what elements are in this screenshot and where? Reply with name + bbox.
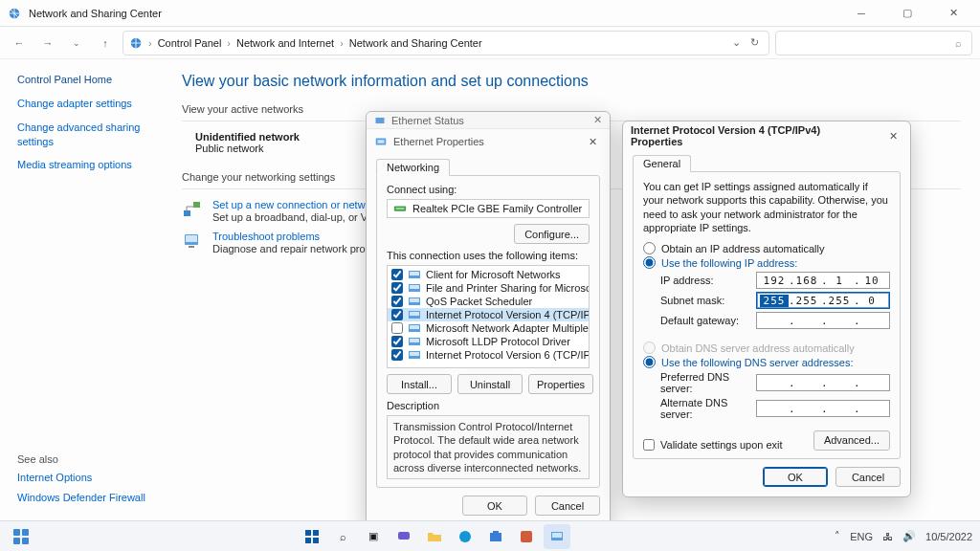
chevron-right-icon: › bbox=[340, 37, 344, 49]
gateway-input[interactable]: ... bbox=[756, 312, 890, 329]
ethernet-status-peek: Ethernet Status ✕ bbox=[367, 112, 610, 129]
preferred-dns-input[interactable]: ... bbox=[756, 374, 890, 391]
sidebar-adapter-settings[interactable]: Change adapter settings bbox=[17, 97, 153, 111]
protocol-checkbox[interactable] bbox=[391, 349, 403, 361]
protocol-checkbox[interactable] bbox=[391, 322, 403, 334]
ok-button[interactable]: OK bbox=[763, 467, 828, 487]
tray-language[interactable]: ENG bbox=[850, 531, 873, 542]
refresh-button[interactable]: ↻ bbox=[750, 36, 759, 49]
chevron-right-icon: › bbox=[227, 37, 231, 49]
tab-networking[interactable]: Networking bbox=[376, 159, 450, 176]
store-button[interactable] bbox=[482, 524, 509, 549]
tray-chevron[interactable]: ˄ bbox=[835, 530, 840, 542]
start-button[interactable] bbox=[299, 524, 325, 549]
protocol-icon bbox=[408, 322, 421, 334]
protocol-label: Client for Microsoft Networks bbox=[426, 269, 561, 280]
protocol-label: Internet Protocol Version 6 (TCP/IPv6) bbox=[426, 349, 590, 361]
protocol-item[interactable]: Client for Microsoft Networks bbox=[388, 268, 589, 281]
breadcrumb-sharing-center[interactable]: Network and Sharing Center bbox=[349, 37, 482, 49]
protocol-item[interactable]: Internet Protocol Version 4 (TCP/IPv4) bbox=[388, 308, 589, 321]
close-icon[interactable]: ✕ bbox=[583, 136, 602, 148]
svg-rect-32 bbox=[305, 538, 311, 543]
network-center-icon bbox=[8, 7, 21, 20]
protocol-checkbox[interactable] bbox=[391, 296, 403, 307]
sidebar-defender-firewall[interactable]: Windows Defender Firewall bbox=[17, 491, 153, 505]
chat-button[interactable] bbox=[390, 524, 417, 549]
svg-rect-19 bbox=[410, 312, 419, 316]
sidebar-media-streaming[interactable]: Media streaming options bbox=[17, 158, 153, 172]
protocol-icon bbox=[408, 349, 421, 361]
tray-clock[interactable]: 10/5/2022 bbox=[925, 531, 972, 542]
row-alternate-dns: Alternate DNS server: ... bbox=[660, 397, 890, 420]
minimize-button[interactable]: ─ bbox=[842, 0, 880, 26]
protocol-checkbox[interactable] bbox=[391, 282, 403, 294]
breadcrumb-network-internet[interactable]: Network and Internet bbox=[236, 37, 334, 49]
close-button[interactable]: ✕ bbox=[934, 0, 972, 26]
explorer-button[interactable] bbox=[421, 524, 448, 549]
uninstall-button[interactable]: Uninstall bbox=[457, 374, 523, 394]
close-icon[interactable]: ✕ bbox=[883, 130, 902, 143]
protocol-icon bbox=[408, 309, 421, 320]
up-button[interactable]: ↑ bbox=[94, 32, 117, 55]
radio-auto-ip[interactable]: Obtain an IP address automatically bbox=[643, 242, 890, 254]
connect-using-label: Connect using: bbox=[387, 184, 590, 195]
protocol-item[interactable]: Internet Protocol Version 6 (TCP/IPv6) bbox=[388, 348, 589, 362]
cancel-button[interactable]: Cancel bbox=[535, 496, 600, 516]
edge-button[interactable] bbox=[452, 524, 479, 549]
control-panel-taskbar[interactable] bbox=[544, 524, 570, 549]
svg-rect-27 bbox=[22, 529, 29, 536]
sidebar-sharing-settings[interactable]: Change advanced sharing settings bbox=[17, 121, 153, 149]
taskview-button[interactable]: ▣ bbox=[360, 524, 387, 549]
protocol-list[interactable]: Client for Microsoft NetworksFile and Pr… bbox=[387, 265, 590, 368]
properties-button[interactable]: Properties bbox=[528, 374, 593, 394]
recent-button[interactable]: ⌄ bbox=[65, 32, 88, 55]
radio-use-dns[interactable]: Use the following DNS server addresses: bbox=[643, 356, 890, 368]
maximize-button[interactable]: ▢ bbox=[888, 0, 926, 26]
subnet-mask-input[interactable]: 255. 255. 255. 0 bbox=[756, 292, 890, 309]
configure-button[interactable]: Configure... bbox=[514, 224, 590, 244]
search-field[interactable]: ⌕ bbox=[775, 31, 972, 55]
close-icon[interactable]: ✕ bbox=[593, 114, 602, 126]
protocol-item[interactable]: File and Printer Sharing for Microsoft N… bbox=[388, 281, 589, 295]
alternate-dns-input[interactable]: ... bbox=[756, 400, 890, 417]
protocol-item[interactable]: Microsoft LLDP Protocol Driver bbox=[388, 335, 589, 348]
validate-checkbox[interactable]: Validate settings upon exit bbox=[643, 439, 813, 451]
tray-volume-icon[interactable]: 🔊 bbox=[902, 530, 916, 542]
app1-button[interactable] bbox=[513, 524, 540, 549]
description-label: Description bbox=[387, 400, 590, 411]
explorer-toolbar: ← → ⌄ ↑ › Control Panel › Network and In… bbox=[0, 27, 980, 59]
forward-button[interactable]: → bbox=[36, 32, 59, 55]
page-heading: View your basic network information and … bbox=[182, 73, 961, 90]
search-button[interactable]: ⌕ bbox=[329, 524, 356, 549]
address-bar[interactable]: › Control Panel › Network and Internet ›… bbox=[122, 31, 769, 55]
svg-point-35 bbox=[459, 531, 471, 542]
tray-network-icon[interactable]: 🖧 bbox=[882, 531, 893, 542]
protocol-checkbox[interactable] bbox=[391, 269, 403, 280]
install-button[interactable]: Install... bbox=[387, 374, 452, 394]
description-text: Transmission Control Protocol/Internet P… bbox=[387, 415, 590, 479]
protocol-item[interactable]: QoS Packet Scheduler bbox=[388, 295, 589, 308]
protocol-checkbox[interactable] bbox=[391, 336, 403, 347]
sidebar-internet-options[interactable]: Internet Options bbox=[17, 471, 153, 485]
protocol-label: File and Printer Sharing for Microsoft N… bbox=[426, 282, 590, 294]
svg-rect-26 bbox=[13, 529, 20, 536]
cancel-button[interactable]: Cancel bbox=[835, 467, 901, 487]
breadcrumb-control-panel[interactable]: Control Panel bbox=[158, 37, 222, 49]
tab-general[interactable]: General bbox=[633, 155, 691, 172]
radio-use-ip[interactable]: Use the following IP address: bbox=[643, 256, 890, 269]
widgets-button[interactable] bbox=[8, 524, 34, 549]
ip-address-input[interactable]: 192. 168. 1. 10 bbox=[756, 272, 890, 289]
svg-rect-9 bbox=[378, 140, 385, 143]
intro-text: You can get IP settings assigned automat… bbox=[643, 180, 890, 234]
ok-button[interactable]: OK bbox=[462, 496, 527, 516]
address-dropdown[interactable]: ⌄ bbox=[732, 36, 741, 49]
svg-rect-23 bbox=[410, 339, 419, 342]
protocol-checkbox[interactable] bbox=[391, 309, 403, 320]
advanced-button[interactable]: Advanced... bbox=[813, 430, 890, 451]
new-connection-icon bbox=[182, 199, 203, 220]
svg-rect-31 bbox=[313, 530, 319, 536]
back-button[interactable]: ← bbox=[8, 32, 31, 55]
protocol-item[interactable]: Microsoft Network Adapter Multiplexor Pr… bbox=[388, 321, 589, 335]
sidebar-home[interactable]: Control Panel Home bbox=[17, 73, 153, 87]
protocol-icon bbox=[408, 336, 421, 347]
